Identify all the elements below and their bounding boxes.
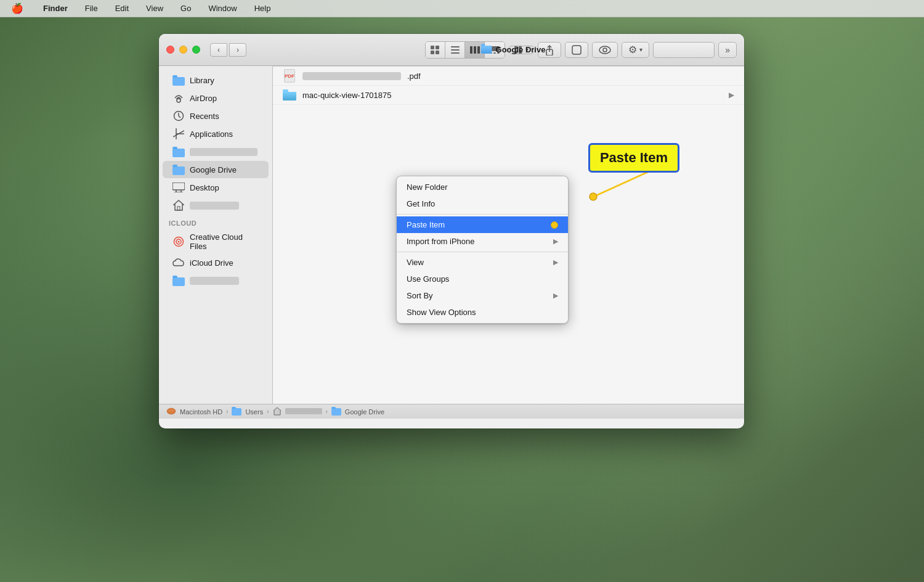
folder-file-item[interactable]: mac-quick-view-1701875 ▶: [273, 86, 744, 105]
menu-go[interactable]: Go: [177, 2, 195, 14]
eye-button[interactable]: [592, 42, 618, 58]
sidebar-item-desktop[interactable]: Desktop: [163, 179, 269, 196]
svg-point-52: [590, 193, 597, 200]
window-title: Google Drive: [481, 44, 546, 55]
svg-rect-50: [283, 89, 288, 92]
icon-view-btn[interactable]: [426, 42, 445, 58]
svg-rect-46: [172, 277, 185, 286]
breadcrumb-sep-2: ›: [267, 408, 269, 415]
menu-help[interactable]: Help: [251, 2, 275, 14]
menu-item-new-folder[interactable]: New Folder: [397, 179, 568, 195]
svg-marker-57: [274, 408, 281, 415]
sidebar-label-library: Library: [190, 76, 214, 85]
view-arrow: ▶: [553, 258, 558, 266]
library-icon: [172, 74, 185, 86]
more-button[interactable]: »: [718, 42, 737, 58]
sort-by-label: Sort By: [407, 291, 433, 300]
svg-rect-12: [477, 46, 480, 54]
nav-buttons: ‹ ›: [210, 43, 246, 57]
menu-file[interactable]: File: [81, 2, 102, 14]
app-name[interactable]: Finder: [39, 2, 71, 14]
sidebar-blurred-label-1: [190, 148, 257, 156]
main-content: Library AirDrop: [159, 66, 744, 404]
back-button[interactable]: ‹: [210, 43, 227, 57]
pdf-icon-shape: PDF: [284, 69, 295, 83]
menu-edit[interactable]: Edit: [111, 2, 132, 14]
svg-rect-36: [172, 165, 177, 167]
svg-point-24: [599, 46, 610, 54]
sidebar-item-blurred-1[interactable]: [163, 143, 269, 160]
show-view-options-label: Show View Options: [407, 308, 476, 317]
new-folder-label: New Folder: [407, 182, 447, 192]
breadcrumb-sep-1: ›: [226, 408, 228, 415]
sidebar-item-applications[interactable]: Applications: [163, 125, 269, 142]
finder-window: ‹ ›: [159, 34, 744, 428]
menu-item-import-iphone[interactable]: Import from iPhone ▶: [397, 233, 568, 250]
folder-file-icon: [283, 88, 296, 102]
icloud-section-header: iCloud: [159, 215, 272, 229]
svg-rect-11: [474, 46, 476, 54]
svg-rect-49: [283, 92, 296, 100]
svg-rect-35: [172, 166, 185, 175]
folder-blurred-icon: [172, 146, 185, 158]
sidebar-item-documents[interactable]: [163, 272, 269, 289]
menu-item-show-view-options[interactable]: Show View Options: [397, 304, 568, 321]
documents-folder-icon: [172, 274, 185, 287]
close-button[interactable]: [166, 46, 174, 54]
sidebar-item-recents[interactable]: Recents: [163, 107, 269, 125]
status-google-drive: Google Drive: [345, 408, 384, 416]
path-bar-toggle[interactable]: [653, 42, 715, 58]
svg-rect-56: [232, 407, 236, 409]
sidebar-item-home[interactable]: [163, 197, 269, 214]
tag-button[interactable]: [565, 42, 588, 58]
menu-item-use-groups[interactable]: Use Groups: [397, 271, 568, 287]
menu-item-view[interactable]: View ▶: [397, 254, 568, 271]
folder-filename: mac-quick-view-1701875: [302, 91, 392, 100]
menu-window[interactable]: Window: [205, 2, 240, 14]
sidebar-item-library[interactable]: Library: [163, 72, 269, 89]
svg-rect-3: [431, 46, 434, 49]
maximize-button[interactable]: [192, 46, 200, 54]
applications-icon: [172, 128, 185, 140]
sidebar-item-creative-cloud[interactable]: Creative Cloud Files: [163, 230, 269, 253]
svg-rect-23: [572, 46, 581, 54]
sidebar-label-creative-cloud: Creative Cloud Files: [190, 232, 259, 251]
sidebar-item-google-drive[interactable]: Google Drive: [163, 161, 269, 178]
gear-button[interactable]: ⚙ ▾: [622, 42, 649, 58]
sidebar-item-airdrop[interactable]: AirDrop: [163, 89, 269, 107]
svg-rect-26: [172, 77, 185, 86]
pdf-file-icon: PDF: [283, 69, 296, 83]
svg-point-45: [178, 241, 180, 243]
status-users: Users: [245, 408, 263, 416]
google-drive-folder-icon: [172, 163, 185, 176]
svg-rect-2: [481, 44, 485, 46]
svg-rect-33: [172, 149, 185, 157]
minimize-button[interactable]: [179, 46, 187, 54]
context-menu: New Folder Get Info Paste Item Import fr…: [396, 176, 569, 324]
svg-rect-10: [470, 46, 472, 54]
menu-separator-2: [397, 252, 568, 252]
home-icon: [172, 199, 185, 211]
list-view-btn[interactable]: [445, 42, 465, 58]
title-bar: ‹ ›: [159, 34, 744, 66]
apple-menu[interactable]: 🍎: [7, 1, 27, 15]
icloud-drive-icon: [172, 256, 185, 269]
status-bar: Macintosh HD › Users › › Google: [159, 404, 744, 419]
get-info-label: Get Info: [407, 199, 435, 208]
menu-item-paste[interactable]: Paste Item: [397, 216, 568, 233]
sidebar-label-applications: Applications: [190, 129, 233, 139]
sidebar-item-icloud-drive[interactable]: iCloud Drive: [163, 254, 269, 271]
menu-bar: 🍎 Finder File Edit View Go Window Help: [0, 0, 924, 17]
menu-item-sort-by[interactable]: Sort By ▶: [397, 287, 568, 304]
svg-rect-58: [331, 408, 341, 416]
svg-rect-7: [451, 46, 460, 47]
pdf-file-item[interactable]: PDF .pdf: [273, 67, 744, 86]
desktop-icon: [172, 181, 185, 194]
import-iphone-label: Import from iPhone: [407, 237, 475, 246]
yellow-dot: [551, 221, 558, 229]
menu-view[interactable]: View: [142, 2, 167, 14]
menu-item-get-info[interactable]: Get Info: [397, 195, 568, 212]
airdrop-icon: [172, 92, 185, 104]
svg-rect-1: [481, 46, 492, 54]
forward-button[interactable]: ›: [229, 43, 246, 57]
